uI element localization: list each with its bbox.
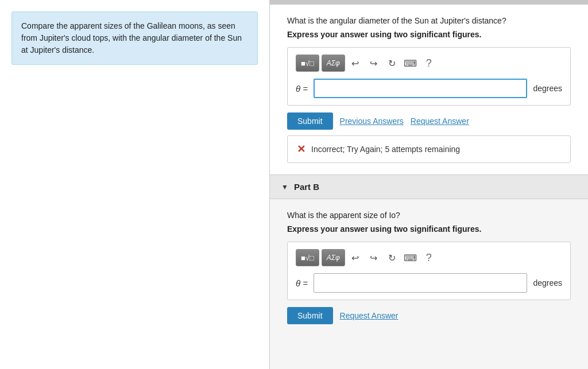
part-b-express: Express your answer using two significan… — [287, 224, 571, 234]
part-a-question: What is the angular diameter of the Sun … — [287, 16, 571, 25]
part-b-question: What is the apparent size of Io? — [287, 211, 571, 220]
top-bar — [270, 0, 588, 5]
part-b-theta-label: θ = — [296, 278, 308, 288]
help-icon: ? — [426, 57, 432, 69]
part-a-answer-input[interactable] — [314, 79, 527, 98]
right-panel: What is the angular diameter of the Sun … — [270, 0, 588, 369]
redo-icon: ↪ — [370, 253, 377, 263]
part-a-section: What is the angular diameter of the Sun … — [270, 5, 588, 174]
part-a-keyboard-button[interactable]: ⌨ — [403, 55, 419, 71]
undo-icon: ↩ — [351, 253, 359, 263]
keyboard-icon: ⌨ — [404, 58, 417, 69]
part-b-label: Part B — [294, 182, 319, 192]
problem-text: Compare the apparent sizes of the Galile… — [11, 11, 258, 65]
part-b-answer-input[interactable] — [314, 273, 527, 293]
part-a-previous-answers-button[interactable]: Previous Answers — [340, 116, 404, 126]
math-icon: ■√□ — [301, 254, 314, 262]
part-b-content: What is the apparent size of Io? Express… — [270, 199, 588, 336]
part-b-btn-row: Submit Request Answer — [287, 307, 571, 324]
part-b-reset-button[interactable]: ↻ — [384, 250, 400, 266]
error-icon: ✕ — [297, 143, 305, 156]
part-b-collapse-arrow[interactable]: ▼ — [281, 183, 288, 191]
part-a-theta-label: θ = — [296, 84, 308, 94]
part-b-submit-button[interactable]: Submit — [287, 307, 333, 324]
part-b-keyboard-button[interactable]: ⌨ — [403, 250, 419, 266]
part-a-content: What is the angular diameter of the Sun … — [270, 5, 588, 174]
part-b-input-row: θ = degrees — [296, 273, 562, 293]
part-b-undo-button[interactable]: ↩ — [347, 250, 363, 266]
part-a-input-row: θ = degrees — [296, 79, 562, 98]
keyboard-icon: ⌨ — [404, 253, 417, 263]
part-a-reset-button[interactable]: ↻ — [384, 55, 400, 71]
part-a-request-answer-button[interactable]: Request Answer — [411, 116, 469, 126]
part-b-header[interactable]: ▼ Part B — [270, 174, 588, 199]
part-a-redo-button[interactable]: ↪ — [366, 55, 382, 71]
undo-icon: ↩ — [351, 58, 359, 69]
greek-icon: ΑΣφ — [327, 59, 340, 67]
reset-icon: ↻ — [388, 58, 396, 69]
part-b-unit: degrees — [533, 278, 562, 288]
part-a-undo-button[interactable]: ↩ — [347, 55, 363, 71]
error-text: Incorrect; Try Again; 5 attempts remaini… — [311, 145, 460, 154]
part-a-answer-box: ■√□ ΑΣφ ↩ ↪ ↻ ⌨ — [287, 47, 571, 106]
math-icon: ■√□ — [301, 59, 314, 68]
part-b-answer-box: ■√□ ΑΣφ ↩ ↪ ↻ ⌨ ? — [287, 242, 571, 300]
redo-icon: ↪ — [370, 58, 377, 69]
part-a-help-button[interactable]: ? — [421, 55, 437, 71]
part-b-greek-button[interactable]: ΑΣφ — [322, 249, 345, 266]
reset-icon: ↻ — [388, 253, 396, 263]
part-a-error-box: ✕ Incorrect; Try Again; 5 attempts remai… — [287, 135, 571, 163]
left-panel: Compare the apparent sizes of the Galile… — [0, 0, 270, 369]
part-b-help-button[interactable]: ? — [421, 250, 437, 266]
help-icon: ? — [426, 252, 432, 264]
part-a-toolbar: ■√□ ΑΣφ ↩ ↪ ↻ ⌨ — [296, 55, 562, 72]
part-b-request-answer-button[interactable]: Request Answer — [340, 311, 399, 320]
part-a-math-button[interactable]: ■√□ — [296, 55, 319, 72]
part-a-submit-button[interactable]: Submit — [287, 112, 333, 130]
part-a-btn-row: Submit Previous Answers Request Answer — [287, 112, 571, 130]
part-b-redo-button[interactable]: ↪ — [366, 250, 382, 266]
greek-icon: ΑΣφ — [327, 254, 340, 262]
part-a-express: Express your answer using two significan… — [287, 30, 571, 39]
part-b-toolbar: ■√□ ΑΣφ ↩ ↪ ↻ ⌨ ? — [296, 249, 562, 266]
part-a-unit: degrees — [533, 84, 562, 93]
part-a-greek-button[interactable]: ΑΣφ — [322, 55, 345, 72]
part-b-math-button[interactable]: ■√□ — [296, 249, 319, 266]
